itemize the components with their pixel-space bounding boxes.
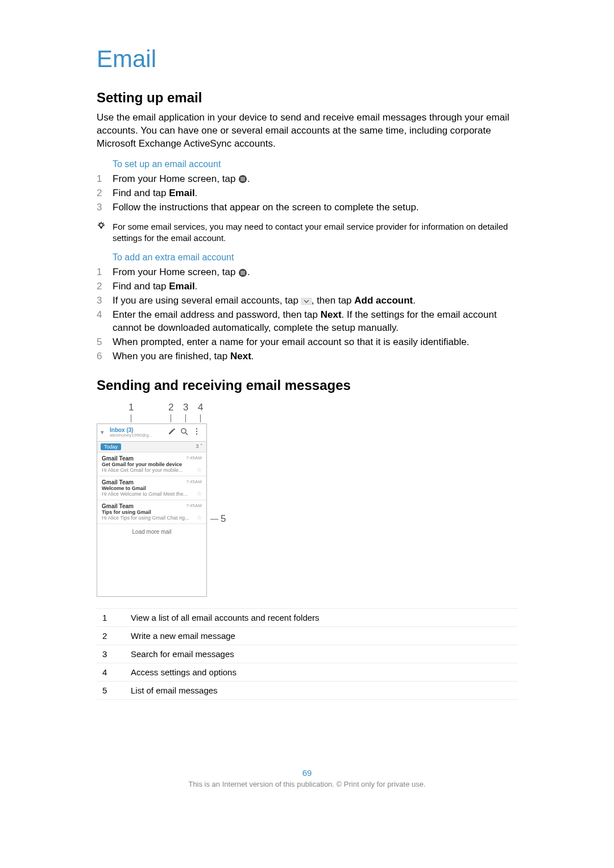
msg-subject: Tips for using Gmail bbox=[102, 509, 202, 515]
step-number: 6 bbox=[97, 350, 113, 363]
step-text: When prompted, enter a name for your ema… bbox=[113, 336, 517, 349]
intro-paragraph: Use the email application in your device… bbox=[97, 111, 517, 151]
msg-preview: Hi Alice Tips for using Gmail Chat rig..… bbox=[102, 515, 202, 521]
bold-add-account: Add account bbox=[354, 295, 413, 306]
tip-text: For some email services, you may need to… bbox=[113, 221, 517, 244]
star-icon[interactable]: ☆ bbox=[197, 514, 202, 521]
search-icon[interactable] bbox=[178, 427, 190, 437]
email-app-screenshot: ▾ Inbox (3) alicehoney1990@g... + bbox=[97, 423, 207, 597]
callout-label-2: 2 bbox=[168, 402, 173, 413]
step-text-a: If you are using several email accounts,… bbox=[113, 295, 301, 306]
msg-preview: Hi Alice Get Gmail for your mobile... bbox=[102, 467, 202, 473]
svg-point-7 bbox=[240, 180, 242, 181]
email-list-item[interactable]: Gmail Team Tips for using Gmail Hi Alice… bbox=[97, 500, 206, 524]
step-text: From your Home screen, tap . bbox=[113, 266, 517, 279]
bold-email: Email bbox=[169, 188, 194, 198]
msg-subject: Welcome to Gmail bbox=[102, 485, 202, 491]
step-row: 5 When prompted, enter a name for your e… bbox=[97, 336, 517, 349]
step-text-post: . bbox=[247, 267, 250, 277]
step-row: 4 Enter the email address and password, … bbox=[97, 309, 517, 335]
svg-point-1 bbox=[240, 177, 242, 178]
step-text-pre: From your Home screen, tap bbox=[113, 267, 238, 277]
bold-next: Next bbox=[321, 309, 342, 320]
step-number: 1 bbox=[97, 173, 113, 186]
lightbulb-icon bbox=[97, 221, 113, 244]
step-number: 5 bbox=[97, 336, 113, 349]
step-text: If you are using several email accounts,… bbox=[113, 294, 517, 308]
step-row: 2 Find and tap Email. bbox=[97, 187, 517, 200]
callout-label-5: 5 bbox=[221, 513, 226, 525]
today-tag: Today bbox=[101, 443, 121, 450]
svg-rect-27 bbox=[301, 298, 312, 305]
section-heading-send-receive: Sending and receiving email messages bbox=[97, 377, 517, 393]
steps-add-account: 1 From your Home screen, tap . 2 Find an… bbox=[97, 266, 517, 363]
svg-point-2 bbox=[242, 177, 243, 178]
bold-next: Next bbox=[230, 351, 251, 362]
load-more-button[interactable]: Load more mail bbox=[97, 524, 206, 539]
step-row: 6 When you are finished, tap Next. bbox=[97, 350, 517, 363]
step-number: 3 bbox=[97, 294, 113, 308]
step-row: 2 Find and tap Email. bbox=[97, 280, 517, 293]
step-row: 1 From your Home screen, tap . bbox=[97, 173, 517, 186]
svg-point-33 bbox=[196, 431, 197, 432]
svg-line-16 bbox=[103, 223, 103, 223]
step-number: 3 bbox=[97, 201, 113, 214]
svg-point-22 bbox=[242, 272, 243, 273]
account-email: alicehoney1990@g... bbox=[110, 433, 165, 438]
empty-space bbox=[97, 539, 206, 596]
step-text: Find and tap Email. bbox=[113, 187, 517, 200]
svg-point-4 bbox=[240, 178, 242, 180]
page-number: 69 bbox=[97, 768, 517, 778]
msg-time: 7:45AM bbox=[186, 503, 202, 508]
figure-top-callouts: 1 2 3 4 bbox=[97, 402, 206, 423]
step-text-post: . bbox=[195, 188, 198, 198]
step-text-a: When you are finished, tap bbox=[113, 351, 230, 362]
step-text: From your Home screen, tap . bbox=[113, 173, 517, 186]
figure-email-app: 1 2 3 4 ▾ Inbox (3) alicehoney1990@g... bbox=[97, 402, 517, 597]
step-text: When you are finished, tap Next. bbox=[113, 350, 517, 363]
email-list-item[interactable]: Gmail Team Get Gmail for your mobile dev… bbox=[97, 452, 206, 476]
star-icon[interactable]: ☆ bbox=[197, 467, 202, 473]
svg-point-23 bbox=[244, 272, 245, 273]
svg-point-26 bbox=[244, 273, 245, 275]
step-text-pre: Find and tap bbox=[113, 281, 169, 292]
svg-point-24 bbox=[240, 273, 242, 275]
svg-point-19 bbox=[242, 271, 243, 272]
msg-preview: Hi Alice Welcome to Gmail Meet the... bbox=[102, 491, 202, 497]
svg-point-30 bbox=[181, 429, 186, 433]
callout-number: 2 bbox=[97, 626, 125, 645]
email-list-item[interactable]: Gmail Team Welcome to Gmail Hi Alice Wel… bbox=[97, 476, 206, 500]
table-row: 5 List of email messages bbox=[97, 681, 517, 699]
msg-subject: Get Gmail for your mobile device bbox=[102, 462, 202, 467]
svg-text:+: + bbox=[173, 427, 176, 431]
account-selector[interactable]: Inbox (3) alicehoney1990@g... bbox=[110, 427, 165, 438]
step-text-post: . bbox=[195, 281, 198, 292]
bold-email: Email bbox=[169, 281, 194, 292]
today-bar: Today 3 ˄ bbox=[97, 442, 206, 452]
table-row: 1 View a list of all email accounts and … bbox=[97, 608, 517, 626]
document-page: Email Setting up email Use the email app… bbox=[0, 0, 614, 868]
step-text-a: Enter the email address and password, th… bbox=[113, 309, 321, 320]
svg-point-6 bbox=[244, 178, 245, 180]
today-count: 3 ˄ bbox=[196, 443, 203, 450]
callout-label-3: 3 bbox=[183, 402, 188, 413]
step-number: 4 bbox=[97, 309, 113, 335]
chevron-down-icon[interactable]: ▾ bbox=[101, 429, 110, 436]
tip-row: For some email services, you may need to… bbox=[97, 221, 517, 244]
step-text: Find and tap Email. bbox=[113, 280, 517, 293]
figure-column: 1 2 3 4 ▾ Inbox (3) alicehoney1990@g... bbox=[97, 402, 207, 597]
compose-icon[interactable]: + bbox=[165, 427, 178, 437]
step-row: 1 From your Home screen, tap . bbox=[97, 266, 517, 279]
sub-heading-add-account: To add an extra email account bbox=[113, 252, 517, 263]
svg-point-25 bbox=[242, 273, 243, 275]
step-number: 2 bbox=[97, 280, 113, 293]
callout-number: 4 bbox=[97, 663, 125, 681]
overflow-menu-icon[interactable] bbox=[190, 427, 203, 437]
table-row: 4 Access settings and options bbox=[97, 663, 517, 681]
footer-text: This is an Internet version of this publ… bbox=[97, 780, 517, 788]
star-icon[interactable]: ☆ bbox=[197, 491, 202, 497]
svg-point-5 bbox=[242, 178, 243, 180]
steps-setup-account: 1 From your Home screen, tap . 2 Find an… bbox=[97, 173, 517, 214]
chevron-down-icon bbox=[301, 298, 312, 305]
step-text-post: . bbox=[247, 173, 250, 184]
